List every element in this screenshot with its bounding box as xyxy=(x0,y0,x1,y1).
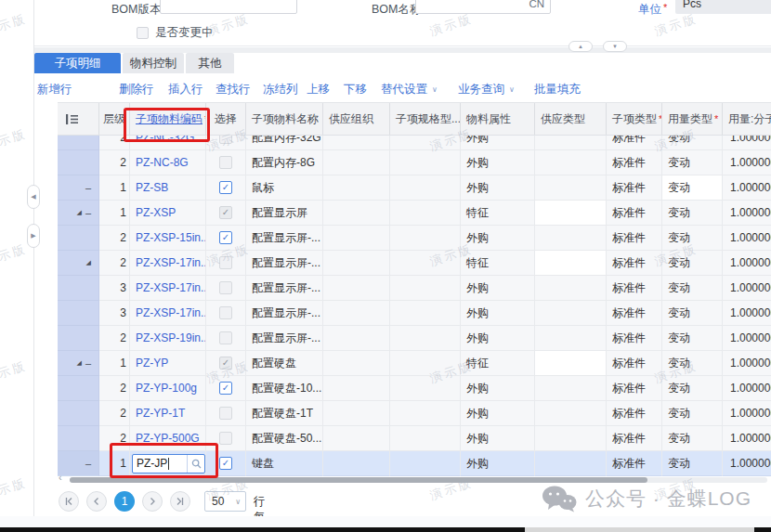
row-checkbox[interactable]: ✓ xyxy=(219,231,232,244)
table-row[interactable]: 3PZ-XSP-17in...配置显示屏-...外购标准件变动1.000000 xyxy=(58,301,771,326)
pagination-first-button[interactable] xyxy=(59,491,79,512)
bom-version-input[interactable] xyxy=(160,0,297,14)
toolbar-substitute-settings-button[interactable]: 替代设置∨ xyxy=(381,82,438,97)
supply-type-cell xyxy=(535,175,607,201)
row-checkbox[interactable]: ✓ xyxy=(219,181,232,194)
child-code-link[interactable]: PZ-XSP-17in... xyxy=(136,281,206,294)
expand-triangle-icon[interactable]: ◢ xyxy=(76,359,81,367)
splitter-expand-right-button[interactable]: ▶ xyxy=(27,224,40,248)
table-row[interactable]: ◢–1PZ-XSP✓配置显示屏特征标准件变动1.000000 xyxy=(58,201,771,226)
toolbar-insert-row-button[interactable]: 插入行 xyxy=(168,82,203,97)
table-row[interactable]: 3PZ-XSP-17in...配置显示屏-...外购标准件变动1.000000 xyxy=(58,276,771,301)
material-attr-cell: 特征 xyxy=(461,251,535,276)
row-checkbox[interactable]: ✓ xyxy=(219,457,232,470)
pagination-next-button[interactable] xyxy=(142,491,163,512)
row-checkbox[interactable] xyxy=(219,156,232,169)
code-editor-input[interactable]: PZ-JP xyxy=(132,454,205,474)
demo-watermark: 演示版 xyxy=(0,357,30,387)
child-code-link[interactable]: PZ-YP xyxy=(136,357,168,370)
child-code-link[interactable]: PZ-XSP-17in... xyxy=(136,306,206,319)
spec-model-cell xyxy=(390,326,461,351)
collapse-dash-icon[interactable]: – xyxy=(85,458,91,469)
bom-name-locale-suffix: CN xyxy=(529,0,544,9)
table-row[interactable]: ◢2PZ-XSP-17in...配置显示屏-...特征标准件变动1.000000 xyxy=(58,251,771,276)
table-row[interactable]: 2PZ-YP-1T配置硬盘-1T外购标准件变动1.000000 xyxy=(58,401,771,426)
child-code-link[interactable]: PZ-YP-1T xyxy=(136,407,185,420)
collapse-down-button[interactable]: ▼ xyxy=(603,41,627,52)
column-header-子项物料编码[interactable]: 子项物料编码* xyxy=(130,103,206,135)
table-row[interactable]: 2PZ-YP-100g✓配置硬盘-10...外购标准件变动1.000000 xyxy=(58,376,771,401)
bottom-bar-gap xyxy=(525,527,754,532)
child-type-cell: 标准件 xyxy=(607,351,662,376)
level-cell: 1 xyxy=(99,351,130,376)
hscroll-left-arrow[interactable]: ‹ xyxy=(59,472,62,483)
child-code-link[interactable]: PZ-YP-500G xyxy=(136,432,200,445)
pagination-prev-button[interactable] xyxy=(86,491,107,512)
toolbar-delete-row-button[interactable]: 删除行 xyxy=(119,82,154,97)
collapse-up-button[interactable]: ▲ xyxy=(568,41,593,52)
table-row[interactable]: 2PZ-NC-8G配置内存-8G外购标准件变动1.000000 xyxy=(58,150,771,175)
tab-child-detail[interactable]: 子项明细 xyxy=(34,53,121,73)
row-checkbox[interactable] xyxy=(219,331,232,344)
supply-type-cell xyxy=(535,301,607,326)
child-code-link[interactable]: PZ-XSP-15in... xyxy=(136,231,206,244)
row-checkbox[interactable] xyxy=(219,281,232,294)
table-row[interactable]: –1PZ-SB✓鼠标外购标准件变动1.000000 xyxy=(58,175,771,201)
child-code-link[interactable]: PZ-XSP-17in... xyxy=(136,256,206,269)
toolbar-move-up-button[interactable]: 上移 xyxy=(307,82,330,97)
child-code-link[interactable]: PZ-XSP xyxy=(136,206,176,219)
lookup-button[interactable] xyxy=(187,455,204,473)
expand-triangle-icon[interactable]: ◢ xyxy=(86,259,91,266)
usage-type-cell: 变动 xyxy=(662,276,723,301)
table-row[interactable]: –1PZ-JP✓键盘外购标准件变动1.000000 xyxy=(58,451,771,476)
page-size-select[interactable]: 50 ∨ xyxy=(204,491,246,512)
table-row[interactable]: ◢–1PZ-YP✓配置硬盘特征标准件变动1.000000 xyxy=(58,351,771,376)
collapse-dash-icon[interactable]: – xyxy=(85,182,91,193)
row-checkbox[interactable] xyxy=(219,136,232,144)
table-header-row: 层级子项物料编码*选择子项物料名称供应组织子项规格型...物料属性供应类型子项类… xyxy=(58,102,771,136)
child-code-link[interactable]: PZ-NC-8G xyxy=(136,156,189,169)
collapse-dash-icon[interactable]: – xyxy=(85,357,91,369)
pagination-current-page[interactable]: 1 xyxy=(114,491,135,512)
changing-checkbox[interactable] xyxy=(137,27,149,39)
splitter-collapse-left-button[interactable]: ◀ xyxy=(27,185,40,209)
child-code-link[interactable]: PZ-XSP-19in... xyxy=(136,331,206,344)
row-checkbox[interactable]: ✓ xyxy=(219,357,232,370)
toolbar-freeze-column-button[interactable]: 冻结列 xyxy=(263,82,298,97)
table-row[interactable]: 2PZ-YP-500G配置硬盘-50...外购标准件变动1.000000 xyxy=(58,426,771,451)
supply-org-cell xyxy=(323,401,390,426)
child-code-cell: PZ-SB xyxy=(130,175,206,201)
horizontal-scrollbar-track[interactable] xyxy=(70,477,767,483)
row-checkbox[interactable] xyxy=(219,256,232,269)
horizontal-scrollbar-thumb[interactable] xyxy=(70,477,647,483)
expand-triangle-icon[interactable]: ◢ xyxy=(76,209,81,216)
toolbar-business-query-button[interactable]: 业务查询∨ xyxy=(458,82,515,97)
usage-numerator-cell: 1.000000 xyxy=(723,301,771,326)
toolbar-add-row-button[interactable]: 新增行 xyxy=(37,82,72,97)
usage-type-cell: 变动 xyxy=(662,251,723,276)
toolbar-batch-fill-button[interactable]: 批量填充 xyxy=(534,82,581,97)
tab-material-control[interactable]: 物料控制 xyxy=(123,53,184,73)
toolbar-find-row-button[interactable]: 查找行 xyxy=(216,82,251,97)
pagination-last-button[interactable] xyxy=(170,491,190,512)
row-checkbox[interactable]: ✓ xyxy=(219,206,232,219)
row-checkbox[interactable] xyxy=(219,407,232,420)
row-checkbox[interactable] xyxy=(219,432,232,445)
supply-org-cell xyxy=(323,426,390,451)
table-row[interactable]: 2PZ-XSP-19in...配置显示屏-...外购标准件变动1.000000 xyxy=(58,326,771,351)
toolbar-move-down-button[interactable]: 下移 xyxy=(344,82,367,97)
level-cell: 2 xyxy=(99,326,130,351)
child-type-cell: 标准件 xyxy=(607,301,662,326)
table-row[interactable]: 2PZ-NC-32G配置内存-32G外购标准件变动1.000000 xyxy=(58,136,771,150)
table-row[interactable]: 2PZ-XSP-15in...✓配置显示屏-...外购标准件变动1.000000 xyxy=(58,226,771,251)
child-code-link[interactable]: PZ-YP-100g xyxy=(136,382,197,395)
child-code-cell: PZ-XSP-17in... xyxy=(130,251,206,276)
child-code-link[interactable]: PZ-NC-32G xyxy=(136,136,194,144)
child-code-link[interactable]: PZ-SB xyxy=(136,181,168,194)
tree-expander-cell: – xyxy=(58,451,99,476)
row-checkbox[interactable] xyxy=(219,306,232,319)
tab-other[interactable]: 其他 xyxy=(186,53,234,73)
collapse-dash-icon[interactable]: – xyxy=(85,207,91,218)
bom-name-input[interactable]: CN xyxy=(415,0,551,14)
row-checkbox[interactable]: ✓ xyxy=(219,382,232,395)
